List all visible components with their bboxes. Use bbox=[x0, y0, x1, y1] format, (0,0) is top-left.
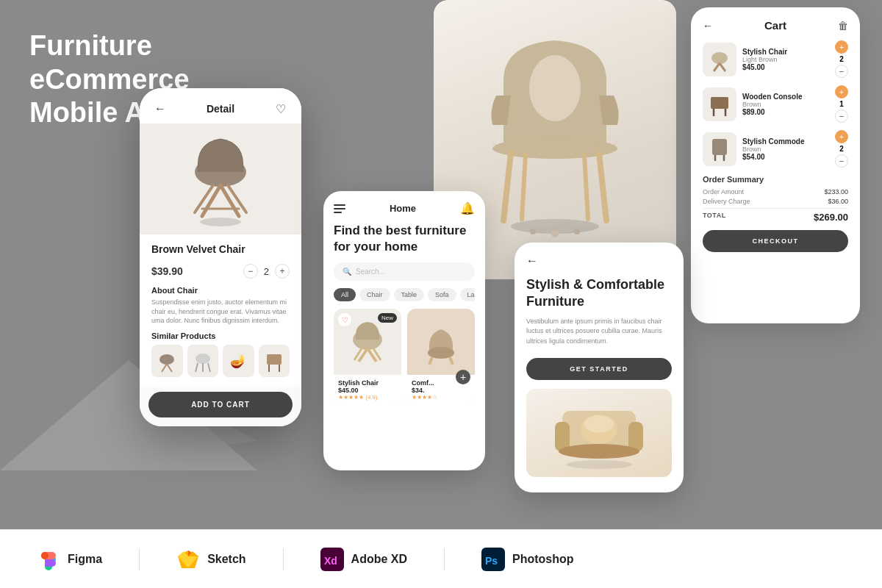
delivery-label: Delivery Charge bbox=[703, 198, 750, 205]
product-card-2[interactable]: + Comf... $34. ★★★★☆ bbox=[407, 309, 475, 405]
hero-chair-svg bbox=[459, 22, 650, 257]
cart-item-3-price: $54.00 bbox=[742, 153, 829, 161]
xd-icon: Xd bbox=[320, 548, 344, 571]
search-icon: 🔍 bbox=[343, 268, 351, 276]
cart-back[interactable]: ← bbox=[703, 20, 713, 32]
cart-screen: ← Cart 🗑 Stylish Chair Light Brown $45.0… bbox=[691, 7, 860, 323]
price-qty-row: $39.90 − 2 + bbox=[151, 264, 290, 279]
cart-item-2-name: Wooden Console bbox=[742, 93, 829, 101]
favorite-button[interactable]: ♡ bbox=[272, 100, 290, 118]
svg-rect-35 bbox=[712, 139, 727, 155]
category-table[interactable]: Table bbox=[394, 288, 425, 301]
order-amount-label: Order Amount bbox=[703, 188, 744, 196]
footer-tool-xd: Xd Adobe XD bbox=[320, 548, 407, 571]
product-image-area bbox=[140, 123, 301, 234]
cart-item-1-qty: + 2 − bbox=[835, 40, 848, 78]
svg-point-9 bbox=[159, 354, 174, 365]
category-all[interactable]: All bbox=[334, 288, 356, 301]
total-value: $269.00 bbox=[814, 212, 848, 223]
svg-line-11 bbox=[167, 364, 172, 372]
onboard-back-btn[interactable]: ← bbox=[526, 254, 672, 268]
svg-point-28 bbox=[574, 229, 580, 234]
product-card-1[interactable]: ♡ New Stylish Chair $45.00 ★★★★★ (4 bbox=[334, 309, 401, 405]
xd-label: Adobe XD bbox=[351, 553, 407, 566]
cart-item-2-qty: + 1 − bbox=[835, 85, 848, 123]
cart-item-3-info: Stylish Commode Brown $54.00 bbox=[742, 137, 829, 161]
sketch-label: Sketch bbox=[207, 553, 245, 566]
sketch-icon bbox=[176, 548, 200, 571]
cart-item-3-qty: + 2 − bbox=[835, 130, 848, 168]
delivery-value: $36.00 bbox=[828, 198, 848, 205]
ps-label: Photoshop bbox=[512, 553, 574, 566]
cart-item-3-plus[interactable]: + bbox=[835, 130, 848, 143]
checkout-button[interactable]: CHECKOUT bbox=[703, 230, 848, 252]
cart-item-2-plus[interactable]: + bbox=[835, 85, 848, 98]
product-1-badge: New bbox=[378, 313, 397, 323]
svg-line-13 bbox=[196, 363, 198, 372]
order-amount-value: $233.00 bbox=[824, 188, 848, 196]
add-to-cart-button[interactable]: ADD TO CART bbox=[148, 392, 293, 417]
footer-bar: Figma Sketch Xd Adobe XD bbox=[0, 529, 882, 588]
cart-item-3-qty-num: 2 bbox=[839, 145, 844, 153]
svg-line-31 bbox=[720, 63, 725, 71]
onboard-text: Vestibulum ante ipsum primis in faucibus… bbox=[526, 317, 672, 347]
menu-icon[interactable] bbox=[334, 204, 345, 213]
qty-minus[interactable]: − bbox=[243, 264, 258, 279]
cart-delete-icon[interactable]: 🗑 bbox=[838, 20, 848, 32]
svg-point-29 bbox=[711, 52, 728, 64]
cart-item-2: Wooden Console Brown $89.00 + 1 − bbox=[703, 85, 848, 123]
ps-icon: Ps bbox=[481, 548, 505, 571]
svg-line-20 bbox=[503, 153, 511, 220]
svg-line-14 bbox=[208, 363, 210, 372]
similar-item-2[interactable] bbox=[187, 345, 219, 377]
category-la[interactable]: La... bbox=[460, 288, 475, 301]
hero-title-line1: Furniture eCommerce bbox=[29, 30, 190, 95]
qty-number: 2 bbox=[264, 266, 269, 277]
svg-line-21 bbox=[599, 153, 606, 220]
onboard-image bbox=[526, 389, 672, 477]
qty-plus[interactable]: + bbox=[275, 264, 290, 279]
cart-item-1-plus[interactable]: + bbox=[835, 40, 848, 54]
total-row: TOTAL $269.00 bbox=[703, 208, 848, 223]
cart-item-2-minus[interactable]: − bbox=[835, 110, 848, 123]
footer-tool-ps: Ps Photoshop bbox=[481, 548, 574, 571]
cart-item-1-info: Stylish Chair Light Brown $45.00 bbox=[742, 48, 829, 71]
product-image bbox=[180, 128, 261, 231]
cart-item-3-minus[interactable]: − bbox=[835, 154, 848, 168]
svg-line-22 bbox=[522, 154, 526, 219]
price-row: Brown Velvet Chair bbox=[151, 243, 290, 257]
qty-control: − 2 + bbox=[243, 264, 290, 279]
get-started-button[interactable]: GET STARTED bbox=[526, 358, 672, 380]
cart-item-1-minus[interactable]: − bbox=[835, 65, 848, 78]
product-1-stars: ★★★★★ (4.9) bbox=[338, 394, 397, 401]
similar-item-1[interactable] bbox=[151, 345, 183, 377]
about-title: About Chair bbox=[151, 286, 290, 295]
similar-item-4[interactable] bbox=[259, 345, 290, 377]
detail-screen: ← Detail ♡ bbox=[140, 88, 301, 426]
divider-1 bbox=[139, 548, 140, 570]
product-1-price: $45.00 bbox=[338, 387, 397, 394]
similar-item-3[interactable]: 🪔 bbox=[223, 345, 254, 377]
search-bar[interactable]: 🔍 Search... bbox=[334, 262, 475, 281]
cart-item-1-name: Stylish Chair bbox=[742, 48, 829, 56]
svg-text:Ps: Ps bbox=[485, 555, 498, 567]
search-placeholder-text: Search... bbox=[356, 268, 385, 276]
cart-item-1-qty-num: 2 bbox=[839, 55, 844, 63]
svg-point-51 bbox=[584, 415, 614, 433]
figma-icon bbox=[37, 548, 60, 571]
category-sofa[interactable]: Sofa bbox=[428, 288, 456, 301]
svg-line-30 bbox=[714, 63, 720, 71]
back-button[interactable]: ← bbox=[151, 100, 169, 118]
cart-item-1-sub: Light Brown bbox=[742, 56, 829, 63]
cart-title: Cart bbox=[764, 19, 786, 32]
home-hero-text: Find the best furniturefor your home bbox=[334, 223, 475, 255]
product-2-image bbox=[407, 309, 475, 375]
svg-point-8 bbox=[200, 218, 241, 226]
category-chair[interactable]: Chair bbox=[359, 288, 390, 301]
notification-icon[interactable]: 🔔 bbox=[460, 201, 475, 215]
cart-item-1-img bbox=[703, 43, 736, 76]
order-summary-title: Order Summary bbox=[703, 175, 848, 184]
cart-item-3-sub: Brown bbox=[742, 146, 829, 153]
home-nav-title: Home bbox=[390, 203, 416, 214]
cart-item-2-price: $89.00 bbox=[742, 108, 829, 116]
